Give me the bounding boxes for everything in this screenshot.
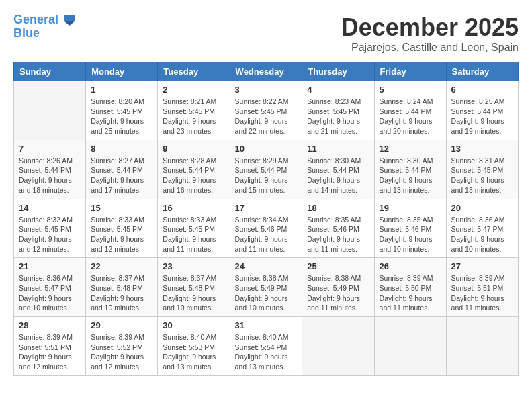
week-row-5: 28Sunrise: 8:39 AM Sunset: 5:51 PM Dayli…	[14, 317, 519, 376]
day-info: Sunrise: 8:21 AM Sunset: 5:45 PM Dayligh…	[163, 97, 224, 136]
calendar-cell: 31Sunrise: 8:40 AM Sunset: 5:54 PM Dayli…	[230, 317, 302, 376]
day-info: Sunrise: 8:34 AM Sunset: 5:46 PM Dayligh…	[235, 215, 298, 255]
day-number: 31	[235, 320, 298, 330]
logo-icon	[60, 13, 76, 27]
day-info: Sunrise: 8:28 AM Sunset: 5:44 PM Dayligh…	[163, 156, 224, 195]
day-number: 6	[451, 85, 513, 95]
day-number: 10	[235, 144, 298, 154]
day-info: Sunrise: 8:25 AM Sunset: 5:44 PM Dayligh…	[451, 97, 513, 136]
calendar-cell: 24Sunrise: 8:38 AM Sunset: 5:49 PM Dayli…	[230, 258, 302, 317]
calendar-cell: 4Sunrise: 8:23 AM Sunset: 5:45 PM Daylig…	[302, 81, 374, 140]
svg-marker-1	[64, 21, 75, 26]
day-info: Sunrise: 8:39 AM Sunset: 5:52 PM Dayligh…	[91, 332, 152, 372]
calendar-cell: 28Sunrise: 8:39 AM Sunset: 5:51 PM Dayli…	[14, 317, 86, 376]
day-number: 22	[91, 261, 152, 271]
calendar-cell: 18Sunrise: 8:35 AM Sunset: 5:46 PM Dayli…	[302, 199, 374, 258]
day-number: 19	[380, 203, 441, 213]
calendar-cell: 29Sunrise: 8:39 AM Sunset: 5:52 PM Dayli…	[86, 317, 158, 376]
svg-marker-0	[64, 15, 75, 21]
day-number: 13	[451, 144, 513, 154]
day-number: 18	[307, 203, 369, 213]
day-info: Sunrise: 8:20 AM Sunset: 5:45 PM Dayligh…	[91, 97, 152, 136]
day-number: 9	[163, 144, 224, 154]
day-info: Sunrise: 8:22 AM Sunset: 5:45 PM Dayligh…	[235, 97, 298, 136]
calendar-cell: 1Sunrise: 8:20 AM Sunset: 5:45 PM Daylig…	[86, 81, 158, 140]
calendar-cell: 21Sunrise: 8:36 AM Sunset: 5:47 PM Dayli…	[14, 258, 86, 317]
day-info: Sunrise: 8:36 AM Sunset: 5:47 PM Dayligh…	[19, 273, 81, 313]
day-info: Sunrise: 8:29 AM Sunset: 5:44 PM Dayligh…	[235, 156, 298, 195]
calendar-cell: 10Sunrise: 8:29 AM Sunset: 5:44 PM Dayli…	[230, 140, 302, 199]
calendar: SundayMondayTuesdayWednesdayThursdayFrid…	[13, 62, 519, 376]
day-info: Sunrise: 8:33 AM Sunset: 5:45 PM Dayligh…	[91, 215, 152, 255]
day-info: Sunrise: 8:38 AM Sunset: 5:49 PM Dayligh…	[235, 273, 298, 313]
day-number: 20	[451, 203, 513, 213]
week-row-4: 21Sunrise: 8:36 AM Sunset: 5:47 PM Dayli…	[14, 258, 519, 317]
calendar-cell: 6Sunrise: 8:25 AM Sunset: 5:44 PM Daylig…	[446, 81, 518, 140]
calendar-cell: 11Sunrise: 8:30 AM Sunset: 5:44 PM Dayli…	[302, 140, 374, 199]
day-info: Sunrise: 8:27 AM Sunset: 5:44 PM Dayligh…	[91, 156, 152, 195]
day-number: 24	[235, 261, 298, 271]
day-info: Sunrise: 8:30 AM Sunset: 5:44 PM Dayligh…	[380, 156, 441, 195]
week-row-1: 1Sunrise: 8:20 AM Sunset: 5:45 PM Daylig…	[14, 81, 519, 140]
logo-name1: General	[13, 13, 58, 26]
weekday-header-monday: Monday	[86, 62, 158, 81]
calendar-cell: 8Sunrise: 8:27 AM Sunset: 5:44 PM Daylig…	[86, 140, 158, 199]
day-info: Sunrise: 8:24 AM Sunset: 5:44 PM Dayligh…	[380, 97, 441, 136]
calendar-cell: 3Sunrise: 8:22 AM Sunset: 5:45 PM Daylig…	[230, 81, 302, 140]
day-number: 7	[19, 144, 81, 154]
day-number: 11	[307, 144, 369, 154]
day-info: Sunrise: 8:23 AM Sunset: 5:45 PM Dayligh…	[307, 97, 369, 136]
calendar-cell: 20Sunrise: 8:36 AM Sunset: 5:47 PM Dayli…	[446, 199, 518, 258]
weekday-header-tuesday: Tuesday	[158, 62, 230, 81]
day-number: 25	[307, 261, 369, 271]
week-row-3: 14Sunrise: 8:32 AM Sunset: 5:45 PM Dayli…	[14, 199, 519, 258]
day-info: Sunrise: 8:39 AM Sunset: 5:51 PM Dayligh…	[19, 332, 81, 372]
day-number: 29	[91, 320, 152, 330]
weekday-header-wednesday: Wednesday	[230, 62, 302, 81]
calendar-cell: 5Sunrise: 8:24 AM Sunset: 5:44 PM Daylig…	[374, 81, 446, 140]
day-info: Sunrise: 8:31 AM Sunset: 5:45 PM Dayligh…	[451, 156, 513, 195]
day-info: Sunrise: 8:37 AM Sunset: 5:48 PM Dayligh…	[163, 273, 224, 313]
calendar-cell: 23Sunrise: 8:37 AM Sunset: 5:48 PM Dayli…	[158, 258, 230, 317]
calendar-cell: 25Sunrise: 8:38 AM Sunset: 5:49 PM Dayli…	[302, 258, 374, 317]
day-number: 16	[163, 203, 224, 213]
calendar-cell: 27Sunrise: 8:39 AM Sunset: 5:51 PM Dayli…	[446, 258, 518, 317]
calendar-cell	[14, 81, 86, 140]
day-number: 1	[91, 85, 152, 95]
day-number: 30	[163, 320, 224, 330]
day-number: 15	[91, 203, 152, 213]
calendar-cell: 14Sunrise: 8:32 AM Sunset: 5:45 PM Dayli…	[14, 199, 86, 258]
weekday-header-thursday: Thursday	[302, 62, 374, 81]
day-info: Sunrise: 8:33 AM Sunset: 5:45 PM Dayligh…	[163, 215, 224, 255]
day-number: 17	[235, 203, 298, 213]
day-info: Sunrise: 8:26 AM Sunset: 5:44 PM Dayligh…	[19, 156, 81, 195]
day-info: Sunrise: 8:37 AM Sunset: 5:48 PM Dayligh…	[91, 273, 152, 313]
weekday-header-friday: Friday	[374, 62, 446, 81]
day-number: 2	[163, 85, 224, 95]
calendar-cell	[302, 317, 374, 376]
day-info: Sunrise: 8:38 AM Sunset: 5:49 PM Dayligh…	[307, 273, 369, 313]
logo: General Blue	[13, 13, 76, 40]
location-title: Pajarejos, Castille and Leon, Spain	[341, 42, 519, 54]
day-number: 14	[19, 203, 81, 213]
day-number: 3	[235, 85, 298, 95]
calendar-cell: 16Sunrise: 8:33 AM Sunset: 5:45 PM Dayli…	[158, 199, 230, 258]
calendar-cell: 19Sunrise: 8:35 AM Sunset: 5:46 PM Dayli…	[374, 199, 446, 258]
calendar-cell: 7Sunrise: 8:26 AM Sunset: 5:44 PM Daylig…	[14, 140, 86, 199]
day-info: Sunrise: 8:35 AM Sunset: 5:46 PM Dayligh…	[380, 215, 441, 255]
day-info: Sunrise: 8:30 AM Sunset: 5:44 PM Dayligh…	[307, 156, 369, 195]
calendar-cell: 17Sunrise: 8:34 AM Sunset: 5:46 PM Dayli…	[230, 199, 302, 258]
day-number: 8	[91, 144, 152, 154]
weekday-header-sunday: Sunday	[14, 62, 86, 81]
day-number: 4	[307, 85, 369, 95]
day-number: 12	[380, 144, 441, 154]
calendar-cell: 22Sunrise: 8:37 AM Sunset: 5:48 PM Dayli…	[86, 258, 158, 317]
day-number: 5	[380, 85, 441, 95]
calendar-cell: 26Sunrise: 8:39 AM Sunset: 5:50 PM Dayli…	[374, 258, 446, 317]
calendar-cell: 2Sunrise: 8:21 AM Sunset: 5:45 PM Daylig…	[158, 81, 230, 140]
weekday-header-row: SundayMondayTuesdayWednesdayThursdayFrid…	[14, 62, 519, 81]
day-info: Sunrise: 8:39 AM Sunset: 5:50 PM Dayligh…	[380, 273, 441, 313]
day-info: Sunrise: 8:35 AM Sunset: 5:46 PM Dayligh…	[307, 215, 369, 255]
day-number: 28	[19, 320, 81, 330]
title-section: December 2025 Pajarejos, Castille and Le…	[341, 13, 519, 54]
